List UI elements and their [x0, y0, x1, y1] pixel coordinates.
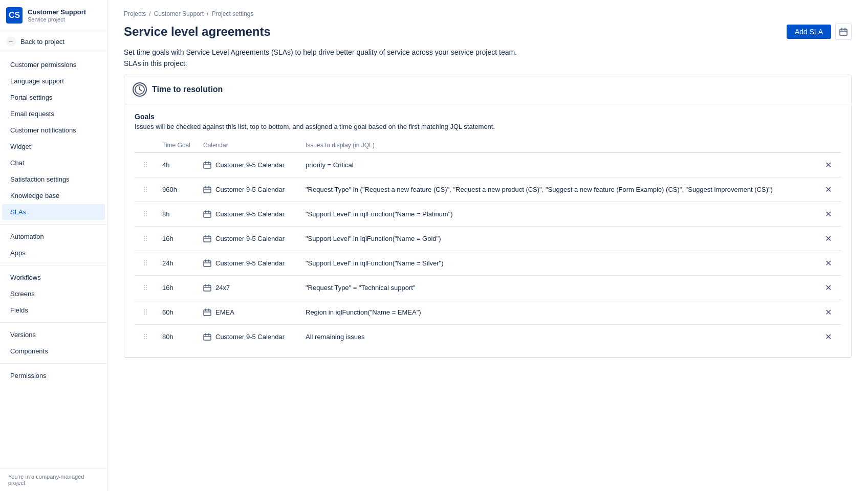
main-content: Projects / Customer Support / Project se… — [107, 0, 868, 491]
breadcrumb-sep-1: / — [149, 10, 150, 17]
sidebar-item-portal-settings[interactable]: Portal settings — [2, 90, 105, 105]
jql-cell: "Support Level" in iqlFunction("Name = P… — [299, 202, 816, 227]
table-row: ⠿960h Customer 9-5 Calendar "Request Typ… — [135, 177, 841, 202]
time-goal-value: 24h — [162, 259, 173, 267]
time-goal-cell: 8h — [156, 202, 197, 227]
calendar-cell-icon — [203, 161, 211, 169]
sidebar-item-permissions[interactable]: Permissions — [2, 368, 105, 384]
project-logo: CS — [6, 7, 23, 24]
time-goal-value: 80h — [162, 333, 173, 341]
sidebar-item-versions[interactable]: Versions — [2, 327, 105, 343]
jql-cell: priority = Critical — [299, 152, 816, 177]
sla-label: SLAs in this project: — [124, 59, 852, 68]
drag-handle[interactable]: ⠿ — [141, 235, 150, 243]
remove-cell: ✕ — [816, 300, 841, 325]
svg-rect-23 — [204, 261, 211, 266]
time-goal-cell: 80h — [156, 325, 197, 349]
time-goal-value: 8h — [162, 210, 169, 218]
calendar-cell: Customer 9-5 Calendar — [197, 251, 299, 276]
remove-cell: ✕ — [816, 325, 841, 349]
page-header: Service level agreements Add SLA — [124, 24, 852, 40]
calendar-name: Customer 9-5 Calendar — [215, 161, 285, 169]
calendar-cell: Customer 9-5 Calendar — [197, 202, 299, 227]
remove-row-button[interactable]: ✕ — [822, 233, 835, 244]
sidebar-item-automation[interactable]: Automation — [2, 229, 105, 244]
calendar-name: Customer 9-5 Calendar — [215, 186, 285, 193]
sidebar-item-customer-notifications[interactable]: Customer notifications — [2, 122, 105, 138]
calendar-name: 24x7 — [215, 284, 230, 292]
sidebar-item-apps[interactable]: Apps — [2, 245, 105, 261]
sidebar-divider-4 — [0, 363, 107, 364]
table-row: ⠿60h EMEA Region in iqlFunction("Name = … — [135, 300, 841, 325]
remove-row-button[interactable]: ✕ — [822, 331, 835, 343]
time-goal-cell: 4h — [156, 152, 197, 177]
goals-table: Time Goal Calendar Issues to display (in… — [135, 139, 841, 349]
remove-cell: ✕ — [816, 152, 841, 177]
svg-rect-31 — [204, 310, 211, 316]
remove-row-button[interactable]: ✕ — [822, 208, 835, 220]
remove-row-button[interactable]: ✕ — [822, 184, 835, 195]
time-goal-value: 960h — [162, 186, 177, 193]
jql-cell: All remaining issues — [299, 325, 816, 349]
remove-row-button[interactable]: ✕ — [822, 159, 835, 171]
jql-cell: "Request Type" in ("Request a new featur… — [299, 177, 816, 202]
calendar-cell-icon — [203, 259, 211, 267]
drag-handle[interactable]: ⠿ — [141, 186, 150, 194]
back-label: Back to project — [20, 38, 64, 46]
sidebar-footer: You're in a company-managed project — [0, 468, 107, 491]
calendar-cell-icon — [203, 333, 211, 341]
sidebar-item-widget[interactable]: Widget — [2, 139, 105, 154]
sidebar-item-fields[interactable]: Fields — [2, 302, 105, 318]
page-description: Set time goals with Service Level Agreem… — [124, 48, 852, 56]
sidebar-item-chat[interactable]: Chat — [2, 155, 105, 171]
drag-handle[interactable]: ⠿ — [141, 308, 150, 317]
breadcrumb-projects[interactable]: Projects — [124, 10, 146, 17]
sidebar-item-email-requests[interactable]: Email requests — [2, 106, 105, 122]
jql-cell: "Request Type" = "Technical support" — [299, 276, 816, 300]
calendar-name: EMEA — [215, 308, 234, 316]
sidebar-item-knowledge-base[interactable]: Knowledge base — [2, 188, 105, 204]
table-row: ⠿16h Customer 9-5 Calendar "Support Leve… — [135, 227, 841, 251]
drag-handle[interactable]: ⠿ — [141, 210, 150, 218]
time-goal-cell: 24h — [156, 251, 197, 276]
drag-handle[interactable]: ⠿ — [141, 284, 150, 292]
breadcrumb-customer-support[interactable]: Customer Support — [154, 10, 204, 17]
calendar-cell: Customer 9-5 Calendar — [197, 152, 299, 177]
sidebar-item-customer-permissions[interactable]: Customer permissions — [2, 57, 105, 73]
drag-handle[interactable]: ⠿ — [141, 333, 150, 341]
back-icon: ← — [6, 36, 16, 47]
sidebar-divider-3 — [0, 322, 107, 323]
calendar-button[interactable] — [835, 24, 852, 40]
goals-desc: Issues will be checked against this list… — [135, 123, 841, 130]
remove-cell: ✕ — [816, 177, 841, 202]
time-goal-cell: 16h — [156, 276, 197, 300]
table-row: ⠿8h Customer 9-5 Calendar "Support Level… — [135, 202, 841, 227]
table-row: ⠿16h 24x7 "Request Type" = "Technical su… — [135, 276, 841, 300]
sidebar-item-language-support[interactable]: Language support — [2, 73, 105, 89]
table-header-row: Time Goal Calendar Issues to display (in… — [135, 139, 841, 152]
remove-row-button[interactable]: ✕ — [822, 257, 835, 269]
th-calendar: Calendar — [197, 139, 299, 152]
clock-icon — [133, 82, 147, 97]
sidebar-item-workflows[interactable]: Workflows — [2, 270, 105, 285]
calendar-cell-icon — [203, 210, 211, 218]
svg-rect-7 — [204, 163, 211, 168]
calendar-cell: EMEA — [197, 300, 299, 325]
calendar-cell: Customer 9-5 Calendar — [197, 177, 299, 202]
add-sla-button[interactable]: Add SLA — [787, 25, 831, 39]
drag-handle[interactable]: ⠿ — [141, 161, 150, 169]
sidebar-item-components[interactable]: Components — [2, 343, 105, 359]
page-title: Service level agreements — [124, 25, 271, 39]
sidebar: CS Customer Support Service project ← Ba… — [0, 0, 107, 491]
goals-section: Goals Issues will be checked against thi… — [124, 104, 851, 358]
back-to-project[interactable]: ← Back to project — [0, 31, 107, 52]
table-row: ⠿80h Customer 9-5 Calendar All remaining… — [135, 325, 841, 349]
sidebar-item-screens[interactable]: Screens — [2, 286, 105, 302]
drag-handle[interactable]: ⠿ — [141, 259, 150, 267]
remove-row-button[interactable]: ✕ — [822, 306, 835, 318]
sidebar-item-slas[interactable]: SLAs — [2, 204, 105, 220]
remove-row-button[interactable]: ✕ — [822, 282, 835, 294]
table-row: ⠿24h Customer 9-5 Calendar "Support Leve… — [135, 251, 841, 276]
sidebar-item-satisfaction-settings[interactable]: Satisfaction settings — [2, 171, 105, 187]
time-goal-cell: 16h — [156, 227, 197, 251]
